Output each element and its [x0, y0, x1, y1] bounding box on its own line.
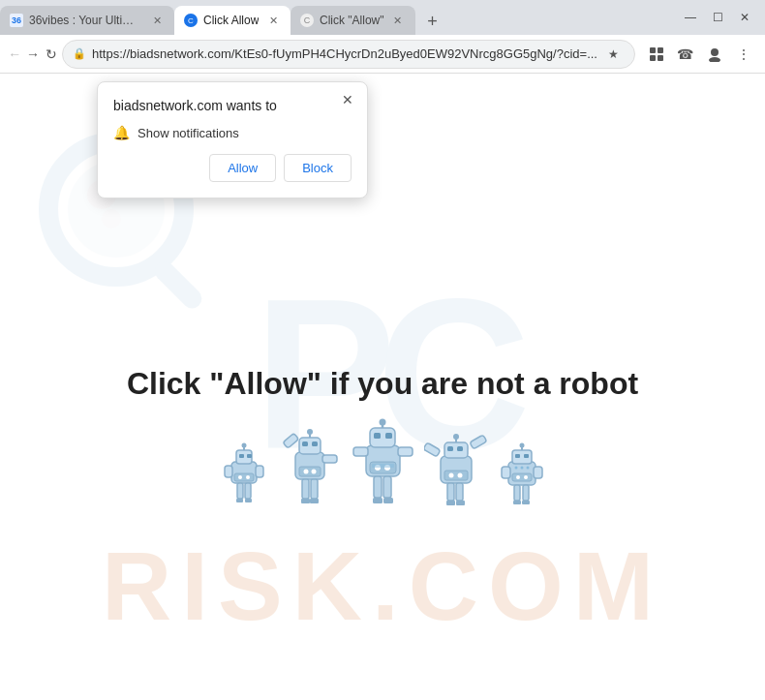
- tabs-area: 36 36vibes : Your Ultimate ✕ C Click All…: [0, 0, 670, 35]
- watermark-risk: RISK.COM: [102, 531, 663, 642]
- tab-favicon-36vibes: 36: [10, 14, 23, 27]
- svg-rect-81: [514, 485, 520, 501]
- svg-rect-30: [299, 438, 321, 454]
- svg-rect-39: [283, 433, 299, 448]
- svg-rect-72: [444, 471, 468, 480]
- popup-buttons: Allow Block: [113, 154, 352, 182]
- tab-close-clickallow[interactable]: ✕: [265, 13, 281, 28]
- svg-rect-36: [311, 479, 318, 499]
- svg-rect-53: [383, 498, 393, 503]
- address-bar[interactable]: 🔒 https://biadsnetwork.com/KtEs0-fUymPH4…: [62, 40, 635, 69]
- svg-rect-67: [456, 483, 463, 501]
- svg-rect-83: [513, 501, 521, 504]
- robots-illustration: [217, 418, 548, 520]
- allow-button[interactable]: Allow: [209, 154, 276, 182]
- back-button[interactable]: ←: [8, 41, 22, 68]
- nav-bar: ← → ↻ 🔒 https://biadsnetwork.com/KtEs0-f…: [0, 35, 765, 74]
- svg-rect-19: [247, 454, 252, 458]
- popup-close-button[interactable]: ✕: [338, 90, 357, 109]
- svg-point-32: [307, 429, 313, 435]
- svg-point-13: [102, 209, 121, 228]
- minimize-button[interactable]: —: [678, 5, 703, 30]
- svg-rect-35: [302, 479, 309, 499]
- svg-rect-37: [301, 499, 310, 503]
- svg-rect-80: [524, 454, 529, 458]
- browser-window: 36 36vibes : Your Ultimate ✕ C Click All…: [0, 0, 765, 700]
- svg-rect-66: [447, 483, 454, 501]
- address-text: https://biadsnetwork.com/KtEs0-fUymPH4CH…: [92, 46, 597, 61]
- svg-point-43: [312, 469, 317, 473]
- reload-button[interactable]: ↻: [44, 41, 58, 68]
- svg-point-63: [453, 434, 459, 440]
- svg-rect-84: [522, 501, 530, 504]
- robot-5: [495, 442, 548, 520]
- bookmark-icon[interactable]: ★: [603, 44, 625, 65]
- menu-button[interactable]: ⋮: [730, 41, 757, 68]
- svg-rect-64: [447, 446, 453, 451]
- svg-point-73: [449, 472, 454, 477]
- svg-rect-71: [470, 435, 487, 449]
- popup-permission-row: 🔔 Show notifications: [113, 125, 352, 140]
- popup-title: biadsnetwork.com wants to: [113, 98, 352, 113]
- svg-rect-55: [398, 447, 413, 456]
- maximize-button[interactable]: ☐: [705, 5, 730, 30]
- robot-2: [278, 428, 341, 520]
- block-button[interactable]: Block: [284, 154, 352, 182]
- robot-3: [349, 418, 416, 520]
- profile-button[interactable]: [701, 41, 728, 68]
- svg-point-27: [238, 475, 242, 479]
- svg-rect-24: [225, 466, 232, 477]
- tab-36vibes[interactable]: 36 36vibes : Your Ultimate ✕: [0, 6, 174, 35]
- svg-rect-50: [374, 476, 382, 498]
- address-actions: ★: [603, 44, 625, 65]
- svg-rect-3: [658, 47, 663, 53]
- svg-rect-82: [523, 485, 529, 501]
- robot-4: [424, 433, 487, 520]
- svg-rect-52: [373, 498, 382, 503]
- svg-rect-41: [299, 467, 321, 476]
- svg-rect-48: [374, 433, 381, 439]
- svg-rect-51: [383, 476, 391, 498]
- svg-rect-18: [239, 454, 244, 458]
- tab-clickallow2[interactable]: C Click "Allow" ✕: [291, 6, 415, 35]
- svg-rect-70: [424, 442, 441, 457]
- new-tab-button[interactable]: +: [419, 8, 446, 35]
- svg-rect-49: [385, 433, 392, 439]
- bookmark-button[interactable]: ☎: [672, 41, 699, 68]
- svg-rect-4: [650, 55, 656, 61]
- svg-rect-25: [256, 466, 263, 477]
- svg-point-28: [246, 475, 250, 479]
- svg-rect-38: [310, 499, 319, 503]
- extensions-button[interactable]: [643, 41, 670, 68]
- svg-point-47: [380, 418, 386, 425]
- tab-clickallow[interactable]: C Click Allow ✕: [174, 6, 291, 35]
- lock-icon: 🔒: [73, 47, 86, 60]
- svg-point-88: [516, 475, 520, 479]
- page-content: PC RISK.COM Click "Allow" if you are not…: [0, 74, 765, 700]
- svg-rect-34: [312, 441, 318, 446]
- svg-rect-5: [658, 55, 663, 61]
- svg-point-6: [711, 48, 719, 56]
- svg-rect-65: [457, 446, 463, 451]
- svg-rect-85: [502, 467, 510, 478]
- tab-title-clickallow: Click Allow: [203, 14, 259, 27]
- window-controls: — ☐ ✕: [670, 0, 765, 35]
- forward-button[interactable]: →: [26, 41, 41, 68]
- title-bar: 36 36vibes : Your Ultimate ✕ C Click All…: [0, 0, 765, 35]
- svg-rect-10: [151, 258, 206, 313]
- notification-popup: ✕ biadsnetwork.com wants to 🔔 Show notif…: [97, 81, 368, 198]
- svg-point-92: [527, 466, 530, 469]
- tab-close-36vibes[interactable]: ✕: [149, 13, 165, 28]
- svg-rect-33: [302, 441, 308, 446]
- close-button[interactable]: ✕: [732, 5, 757, 30]
- tab-favicon-clickallow2: C: [300, 14, 314, 27]
- svg-point-90: [515, 466, 518, 469]
- toolbar-right: ☎ ⋮: [643, 41, 757, 68]
- robot-1: [217, 442, 270, 520]
- tab-title-36vibes: 36vibes : Your Ultimate: [29, 14, 143, 27]
- svg-rect-2: [650, 47, 656, 53]
- tab-favicon-clickallow: C: [184, 14, 198, 27]
- svg-point-74: [458, 472, 463, 477]
- svg-rect-87: [512, 473, 532, 481]
- tab-close-clickallow2[interactable]: ✕: [390, 13, 406, 28]
